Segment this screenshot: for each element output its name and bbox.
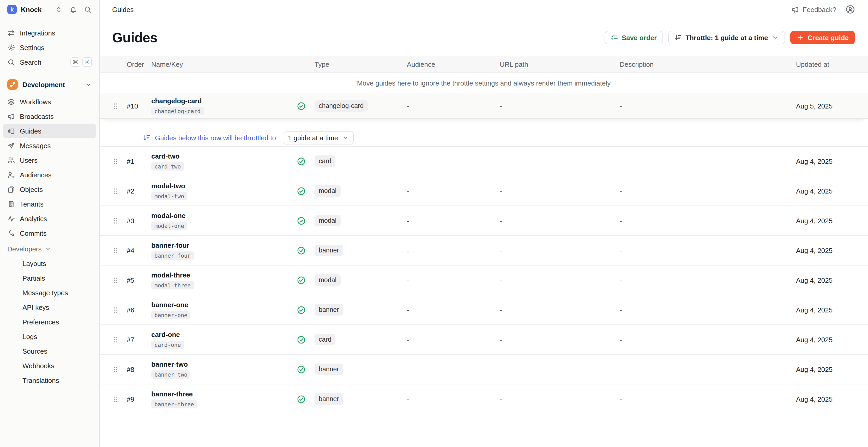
table-row[interactable]: #7 card-one card-one card - - - Aug 4, 2… xyxy=(100,325,868,355)
url-path-value: - xyxy=(500,306,620,314)
row-type: banner xyxy=(314,245,407,256)
table-row[interactable]: #3 modal-one modal-one modal - - - Aug 4… xyxy=(100,206,868,236)
feedback-label: Feedback? xyxy=(803,5,836,13)
notice-text: Move guides here to ignore the throttle … xyxy=(357,79,611,87)
sidebar-item-message-types[interactable]: Message types xyxy=(16,285,99,300)
sidebar-item-label: Partials xyxy=(23,274,45,282)
description-value: - xyxy=(620,217,796,225)
status-check-icon xyxy=(297,246,314,255)
table-row[interactable]: #9 banner-three banner-three banner - - … xyxy=(100,384,868,414)
guide-name-link[interactable]: banner-three xyxy=(151,390,193,398)
row-order: #7 xyxy=(127,336,151,344)
status-check-icon xyxy=(297,306,314,314)
create-guide-button[interactable]: Create guide xyxy=(790,31,855,44)
row-order: #5 xyxy=(127,276,151,284)
sidebar-item-label: Users xyxy=(20,156,37,164)
updated-at-value: Aug 4, 2025 xyxy=(796,395,858,403)
drag-handle-icon[interactable] xyxy=(113,336,127,344)
guide-name-link[interactable]: banner-four xyxy=(151,241,189,249)
sidebar-item-broadcasts[interactable]: Broadcasts xyxy=(3,109,96,124)
sidebar-item-messages[interactable]: Messages xyxy=(3,138,96,153)
users-icon xyxy=(7,156,15,164)
sidebar-item-label: Message types xyxy=(23,289,68,296)
sidebar-item-objects[interactable]: Objects xyxy=(3,182,96,197)
row-type: banner xyxy=(314,304,407,316)
row-type: modal xyxy=(314,274,407,286)
table-row[interactable]: #6 banner-one banner-one banner - - - Au… xyxy=(100,295,868,325)
row-order: #6 xyxy=(127,306,151,314)
guide-name-link[interactable]: modal-two xyxy=(151,182,185,190)
throttle-divider-label: Guides below this row will be throttled … xyxy=(155,134,276,141)
account-menu-button[interactable] xyxy=(845,5,855,14)
type-badge: modal xyxy=(314,274,341,286)
audience-value: - xyxy=(407,395,500,403)
throttle-amount-dropdown[interactable]: 1 guide at a time xyxy=(283,131,354,144)
description-value: - xyxy=(620,306,796,314)
guide-name-link[interactable]: banner-one xyxy=(151,301,188,309)
sidebar-item-partials[interactable]: Partials xyxy=(16,271,99,285)
drag-handle-icon[interactable] xyxy=(113,276,127,284)
environment-branch-icon xyxy=(7,79,18,90)
table-row[interactable]: #5 modal-three modal-three modal - - - A… xyxy=(100,265,868,295)
throttle-settings-button[interactable]: Throttle: 1 guide at a time xyxy=(668,31,785,44)
feedback-button[interactable]: Feedback? xyxy=(791,5,836,13)
table-row[interactable]: #10 changelog-card changelog-card change… xyxy=(100,93,868,119)
row-type: card xyxy=(314,334,407,345)
description-value: - xyxy=(620,276,796,284)
guide-name-link[interactable]: changelog-card xyxy=(151,97,202,104)
sidebar-item-integrations[interactable]: Integrations xyxy=(3,26,96,40)
drag-handle-icon[interactable] xyxy=(113,187,127,195)
drag-handle-icon[interactable] xyxy=(113,395,127,403)
drag-handle-icon[interactable] xyxy=(113,306,127,314)
table-row[interactable]: #1 card-two card-two card - - - Aug 4, 2… xyxy=(100,147,868,176)
updated-at-value: Aug 4, 2025 xyxy=(796,247,858,254)
sidebar-item-sources[interactable]: Sources xyxy=(16,344,99,358)
breadcrumb[interactable]: Guides xyxy=(112,5,133,13)
environment-switcher[interactable]: Development xyxy=(3,77,96,92)
guide-name-link[interactable]: card-one xyxy=(151,330,180,338)
type-badge: modal xyxy=(314,185,341,197)
sidebar-item-logs[interactable]: Logs xyxy=(16,329,99,344)
drag-handle-icon[interactable] xyxy=(113,365,127,373)
type-badge: card xyxy=(314,155,336,167)
sidebar-item-api-keys[interactable]: API keys xyxy=(16,300,99,315)
url-path-value: - xyxy=(500,395,620,403)
drag-handle-icon[interactable] xyxy=(113,157,127,165)
drag-handle-icon[interactable] xyxy=(113,102,127,110)
table-row[interactable]: #2 modal-two modal-two modal - - - Aug 4… xyxy=(100,176,868,206)
sidebar-item-label: Tenants xyxy=(20,200,43,208)
workspace-switcher[interactable]: k Knock xyxy=(0,0,99,19)
save-order-button[interactable]: Save order xyxy=(604,31,663,44)
sidebar-item-webhooks[interactable]: Webhooks xyxy=(16,358,99,373)
sidebar-item-users[interactable]: Users xyxy=(3,153,96,167)
sidebar-item-analytics[interactable]: Analytics xyxy=(3,211,96,226)
sidebar-item-search[interactable]: Search⌘K xyxy=(3,55,96,69)
row-type: modal xyxy=(314,215,407,226)
guide-name-link[interactable]: card-two xyxy=(151,152,180,160)
sidebar-item-settings[interactable]: Settings xyxy=(3,40,96,55)
description-value: - xyxy=(620,336,796,344)
sidebar-item-commits[interactable]: Commits xyxy=(3,226,96,241)
drag-handle-icon[interactable] xyxy=(113,217,127,225)
guide-name-link[interactable]: modal-three xyxy=(151,271,190,279)
audience-value: - xyxy=(407,157,500,165)
guide-key-badge: banner-two xyxy=(151,370,190,378)
sidebar-item-translations[interactable]: Translations xyxy=(16,373,99,387)
sidebar-item-workflows[interactable]: Workflows xyxy=(3,94,96,109)
sidebar-item-layouts[interactable]: Layouts xyxy=(16,256,99,271)
sidebar-item-guides[interactable]: Guides xyxy=(3,124,96,138)
notifications-bell-icon[interactable] xyxy=(68,4,78,14)
workspace-selector-icon[interactable] xyxy=(53,4,64,14)
sidebar-item-preferences[interactable]: Preferences xyxy=(16,315,99,329)
table-row[interactable]: #8 banner-two banner-two banner - - - Au… xyxy=(100,355,868,384)
sidebar-section-developers[interactable]: Developers xyxy=(0,242,99,256)
sidebar-item-audiences[interactable]: Audiences xyxy=(3,167,96,182)
column-updated-at: Updated at xyxy=(796,61,858,68)
drag-handle-icon[interactable] xyxy=(113,247,127,254)
guide-name-link[interactable]: modal-one xyxy=(151,212,185,219)
table-row[interactable]: #4 banner-four banner-four banner - - - … xyxy=(100,236,868,265)
guide-name-link[interactable]: banner-two xyxy=(151,360,188,368)
search-icon[interactable] xyxy=(83,4,93,14)
sidebar-item-tenants[interactable]: Tenants xyxy=(3,197,96,211)
chevron-down-icon xyxy=(45,246,51,252)
